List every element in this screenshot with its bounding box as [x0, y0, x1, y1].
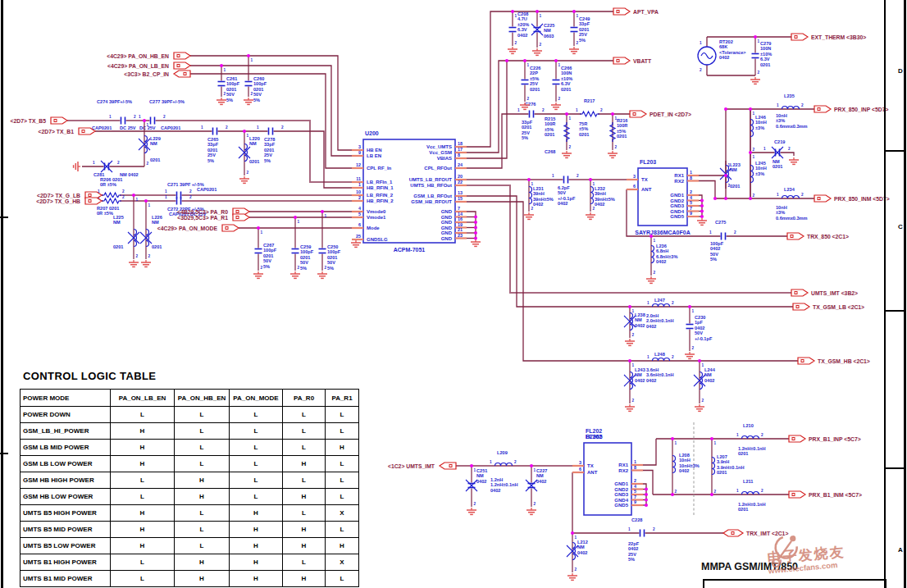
component-label: 5%: [263, 264, 270, 269]
port-symbol-prx_850_inp: [814, 106, 831, 112]
ic-pin-number: 8: [458, 153, 460, 157]
schematic-label: 2: [714, 490, 717, 494]
junction-dot: [710, 493, 713, 496]
component-label: L223: [730, 162, 741, 167]
inductor-icon: [495, 463, 513, 467]
component-label: L247: [654, 298, 665, 303]
control-logic-table: POWER MODEPA_ON_LB_ENPA_ON_HB_ENPA_ON_MO…: [20, 389, 359, 587]
port-label: <2D7> TX_B1: [39, 129, 75, 134]
component-label: C268: [545, 149, 555, 154]
frame-zone-divider: [884, 310, 906, 312]
schematic-label: 1: [490, 460, 492, 464]
component-label: C249: [579, 16, 590, 21]
ground-icon: [129, 260, 139, 267]
junction-dot: [565, 112, 568, 116]
schematic-canvas: 12C274 39PF+/-5%CAP0201DC 25V12C277 39PF…: [0, 0, 907, 588]
resistor-icon: [564, 122, 569, 142]
table-cell: H: [283, 489, 326, 505]
ground-icon: [551, 103, 561, 109]
component-label: C219: [774, 139, 785, 144]
schematic-label: 2: [761, 489, 763, 493]
component-label: 5%: [579, 38, 586, 43]
port-label: <2D7> TX_B5: [11, 118, 47, 124]
ic-pin-number: 13: [458, 190, 463, 195]
junction-dot: [713, 197, 717, 200]
component-label: 0201: [263, 253, 273, 258]
ground-icon: [697, 218, 707, 225]
ic-pin-number: 8: [690, 175, 692, 180]
component-label: 5%: [522, 135, 528, 140]
component-label: 50V: [327, 260, 335, 265]
table-cell: H: [283, 522, 326, 538]
component-label: 0402: [635, 323, 645, 328]
component-label: NM: [730, 167, 737, 172]
component-label: C225: [544, 23, 554, 28]
schematic-label: 2: [226, 125, 228, 130]
component-label: 100N: [760, 46, 771, 51]
schematic-label: 2: [534, 502, 536, 506]
port-label: PRX_850_INP <5D7>: [834, 107, 888, 112]
table-cell: L: [283, 472, 326, 489]
component-label: 50V: [226, 92, 235, 97]
ic-designator: FL203: [640, 159, 656, 165]
control-logic-table-section: CONTROL LOGIC TABLE POWER MODEPA_ON_LB_E…: [20, 370, 359, 587]
table-cell: H: [230, 538, 283, 554]
component-label: 10nH±3%: [679, 463, 700, 468]
ground-icon: [141, 260, 151, 267]
schematic-label: 1: [692, 309, 695, 313]
schematic-label: 2: [692, 346, 695, 350]
schematic-label: 2: [801, 103, 804, 107]
junction-dot: [530, 464, 533, 467]
schematic-label: 2: [600, 108, 603, 112]
component-label: R216: [617, 118, 627, 123]
table-cell: L: [326, 423, 359, 440]
component-label: 39nH±5%: [533, 197, 554, 202]
table-header-cell: PA_ON_HB_EN: [175, 390, 230, 407]
component-label: 0201: [327, 255, 337, 260]
component-label: C226: [530, 66, 540, 71]
component-label: NM 0402: [120, 172, 139, 177]
table-cell: H: [230, 522, 283, 538]
port-symbol-apt_vpa: [613, 8, 630, 15]
component-label: L208: [679, 453, 690, 458]
ic-pin-number: 4: [690, 195, 692, 200]
table-cell: UMTS B5 LOW POWER: [21, 538, 111, 554]
schematic-label: 2: [515, 41, 517, 45]
component-label: 100pF: [710, 241, 724, 246]
component-label: 1.2nH±0.1nH: [738, 446, 766, 451]
ic-pin-name: GND: [441, 209, 453, 214]
component-label: 33pF: [579, 21, 590, 26]
ground-icon: [695, 404, 704, 411]
ground-icon: [608, 151, 618, 157]
schematic-label: 1: [675, 441, 677, 445]
component-label: CAP0201: [92, 125, 112, 130]
component-label: 0201: [152, 244, 162, 249]
schematic-label: 2: [575, 567, 577, 572]
schematic-label: 1: [251, 58, 253, 62]
ic-pin-number: 10: [356, 189, 361, 194]
ic-pin-name: Mode: [367, 226, 380, 230]
junction-dot: [645, 499, 648, 502]
schematic-label: 1: [540, 14, 542, 18]
component-label: 50V: [300, 260, 308, 265]
schematic-label: 2: [134, 115, 136, 119]
ic-pin-name: GND3: [670, 203, 684, 208]
table-cell: L: [111, 407, 175, 423]
schematic-label: 1: [552, 174, 554, 178]
schematic-label: 1: [517, 108, 520, 112]
table-row: GSM LB MID POWERHLLLH: [21, 440, 359, 456]
ground-icon: [750, 77, 760, 84]
component-label: 10nH: [755, 166, 767, 171]
component-label: 6.2pF: [558, 185, 570, 190]
component-label: 0201: [730, 184, 740, 189]
table-cell: POWER DOWN: [21, 407, 111, 423]
schematic-label: 2: [117, 161, 120, 165]
component-label: 0402: [558, 201, 567, 206]
component-label: NM: [536, 473, 544, 478]
schematic-label: 1: [576, 108, 578, 112]
component-label: 100pF: [226, 81, 240, 86]
component-label: 1.2nH: [490, 477, 503, 482]
component-label: 6.8nH: [656, 248, 668, 253]
component-label: +/-0.1pF: [695, 336, 713, 341]
component-label: 22pF: [628, 541, 640, 546]
